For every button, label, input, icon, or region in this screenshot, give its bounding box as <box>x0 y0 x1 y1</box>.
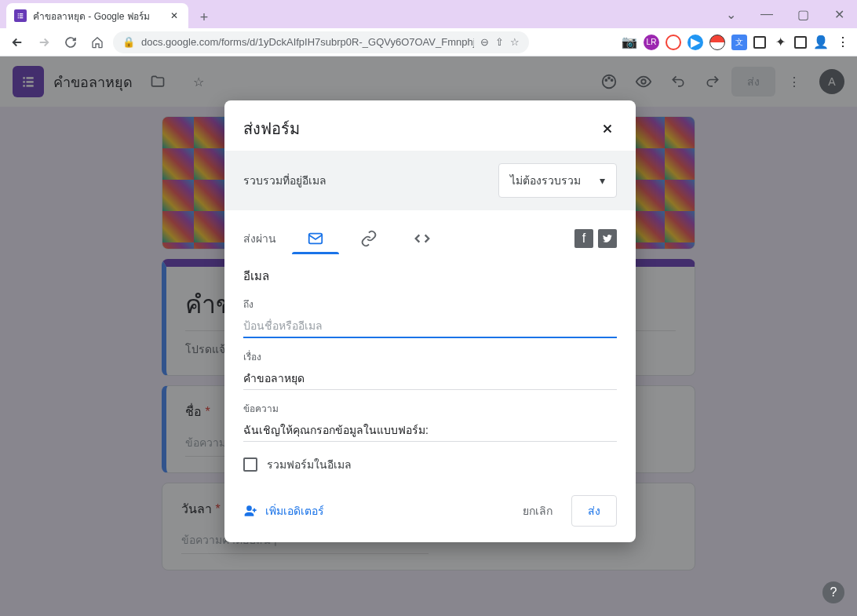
new-tab-button[interactable]: + <box>193 6 215 28</box>
message-field-label: ข้อความ <box>243 401 617 416</box>
ext-blue-icon[interactable]: ▶ <box>687 35 703 50</box>
browser-address-bar: 🔒 docs.google.com/forms/d/1yDckAIfpIH7su… <box>0 28 857 56</box>
send-form-dialog: ส่งฟอร์ม รวบรวมที่อยู่อีเมล ไม่ต้องรวบรว… <box>224 100 636 542</box>
extension-icons: 📷 LR ▶ 文 ✦ 👤 ⋮ <box>622 35 851 50</box>
lock-icon: 🔒 <box>122 36 135 48</box>
dropdown-arrow-icon: ▾ <box>600 174 605 187</box>
maximize-button[interactable]: ▢ <box>785 0 821 28</box>
message-field-input[interactable] <box>243 419 617 442</box>
twitter-share-icon[interactable] <box>598 229 617 248</box>
reload-button[interactable] <box>60 31 82 53</box>
extensions-icon[interactable]: ✦ <box>772 35 788 50</box>
svg-rect-0 <box>18 13 19 14</box>
forward-button[interactable] <box>33 31 55 53</box>
forms-favicon <box>14 9 27 22</box>
url-field[interactable]: 🔒 docs.google.com/forms/d/1yDckAIfpIH7su… <box>113 31 529 53</box>
subject-field-label: เรื่อง <box>243 349 617 364</box>
star-icon[interactable]: ☆ <box>510 36 520 48</box>
send-button[interactable]: ส่ง <box>571 495 617 527</box>
url-text: docs.google.com/forms/d/1yDckAIfpIH7subr… <box>141 36 474 48</box>
window-controls: ⌄ ― ▢ ✕ <box>713 0 857 28</box>
collect-email-select[interactable]: ไม่ต้องรวบรวม ▾ <box>498 163 617 198</box>
back-button[interactable] <box>6 31 28 53</box>
browser-titlebar: คำขอลาหยุด - Google ฟอร์ม ✕ + ⌄ ― ▢ ✕ <box>0 0 857 28</box>
svg-rect-1 <box>20 13 24 14</box>
collect-value: ไม่ต้องรวบรวม <box>510 172 581 189</box>
ext-box-icon[interactable] <box>794 36 807 49</box>
collect-email-row: รวบรวมที่อยู่อีเมล ไม่ต้องรวบรวม ▾ <box>224 151 636 210</box>
to-field-label: ถึง <box>243 297 617 312</box>
browser-menu-icon[interactable]: ⋮ <box>835 35 851 50</box>
send-via-embed-tab[interactable] <box>399 223 446 254</box>
zoom-icon[interactable]: ⊖ <box>480 36 489 48</box>
send-via-label: ส่งผ่าน <box>243 230 276 247</box>
dialog-close-icon[interactable] <box>598 119 617 138</box>
send-via-email-tab[interactable] <box>292 223 339 254</box>
ext-pokeball-icon[interactable] <box>709 35 725 50</box>
svg-rect-4 <box>18 17 19 18</box>
close-window-button[interactable]: ✕ <box>821 0 857 28</box>
minimize-button[interactable]: ― <box>749 0 785 28</box>
ext-purple-icon[interactable]: LR <box>644 35 659 50</box>
ext-square-icon[interactable] <box>753 36 766 49</box>
dialog-title: ส่งฟอร์ม <box>243 116 300 141</box>
add-editor-button[interactable]: เพิ่มเอดิเตอร์ <box>243 502 324 519</box>
send-via-tabs: ส่งผ่าน f <box>224 210 636 254</box>
subject-field-input[interactable] <box>243 367 617 390</box>
camera-icon[interactable]: 📷 <box>622 35 637 50</box>
tab-title: คำขอลาหยุด - Google ฟอร์ม <box>33 9 162 24</box>
facebook-share-icon[interactable]: f <box>574 229 593 248</box>
person-add-icon <box>243 503 259 519</box>
to-field-input[interactable] <box>243 315 617 338</box>
cancel-button[interactable]: ยกเลิก <box>510 496 565 526</box>
svg-rect-2 <box>18 16 19 16</box>
include-form-checkbox[interactable] <box>243 457 257 472</box>
profile-avatar-icon[interactable]: 👤 <box>813 35 829 50</box>
chevron-down-icon[interactable]: ⌄ <box>713 0 749 28</box>
include-form-label: รวมฟอร์มในอีเมล <box>267 456 352 473</box>
svg-rect-3 <box>20 16 24 16</box>
svg-rect-5 <box>20 17 24 18</box>
browser-tab[interactable]: คำขอลาหยุด - Google ฟอร์ม ✕ <box>6 3 188 28</box>
help-fab-icon[interactable]: ? <box>822 581 844 603</box>
share-icon[interactable]: ⇧ <box>495 36 504 48</box>
ext-translate-icon[interactable]: 文 <box>731 35 747 50</box>
svg-point-18 <box>246 505 252 511</box>
home-button[interactable] <box>86 31 108 53</box>
ext-red-icon[interactable] <box>666 35 681 50</box>
add-editor-label: เพิ่มเอดิเตอร์ <box>265 502 324 519</box>
send-via-link-tab[interactable] <box>345 223 392 254</box>
tab-close-icon[interactable]: ✕ <box>168 9 181 22</box>
collect-label: รวบรวมที่อยู่อีเมล <box>243 172 326 189</box>
email-section-label: อีเมล <box>243 267 617 286</box>
